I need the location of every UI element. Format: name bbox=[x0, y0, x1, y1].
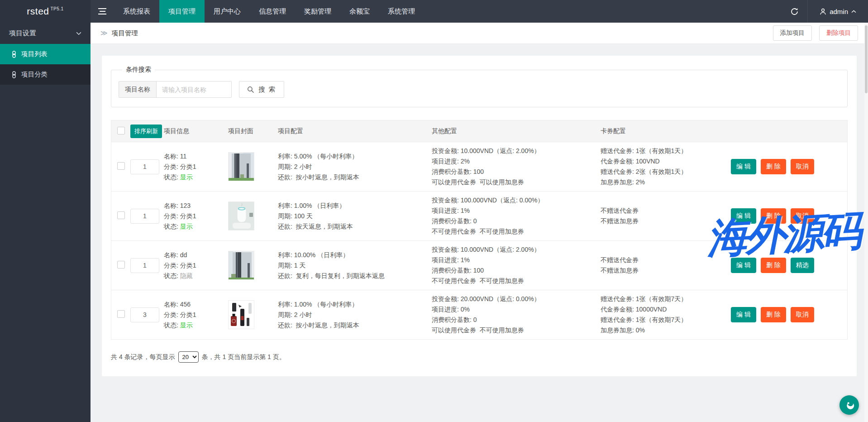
sort-order-input[interactable] bbox=[130, 209, 159, 224]
row-checkbox-cell bbox=[111, 261, 130, 270]
project-category: 分类: 分类1 bbox=[164, 260, 224, 271]
delete-project-button[interactable]: 删除项目 bbox=[819, 25, 858, 41]
nav-item[interactable]: 奖励管理 bbox=[295, 0, 340, 23]
edit-button[interactable]: 编 辑 bbox=[731, 258, 756, 273]
project-table: 排序刷新项目信息项目封面项目配置其他配置卡券配置名称: 11分类: 分类1状态:… bbox=[111, 120, 848, 340]
cover-cell bbox=[228, 201, 278, 230]
project-config-line: 周期: 1 天 bbox=[278, 260, 427, 271]
row-checkbox[interactable] bbox=[117, 261, 125, 269]
products-photo bbox=[228, 300, 254, 329]
project-config-line: 利率: 1.00% （日利率） bbox=[278, 201, 427, 211]
breadcrumb-bar: ≫ 项目管理 添加项目 删除项目 bbox=[91, 23, 868, 44]
row-checkbox-cell bbox=[111, 211, 130, 221]
project-info-cell: 名称: dd分类: 分类1状态: 隐藏 bbox=[164, 250, 228, 281]
nav-item[interactable]: 系统管理 bbox=[379, 0, 424, 23]
select-all-checkbox[interactable] bbox=[117, 127, 125, 134]
project-name: 名称: 123 bbox=[164, 201, 224, 211]
delete-button[interactable]: 删 除 bbox=[761, 258, 786, 273]
feature-button[interactable]: 精选 bbox=[791, 258, 814, 273]
humidifier-photo bbox=[228, 201, 254, 230]
refresh-icon[interactable] bbox=[781, 0, 807, 23]
table-row: 名称: 11分类: 分类1状态: 显示利率: 5.00% （每小时利率）周期: … bbox=[111, 142, 847, 191]
nav-item[interactable]: 余额宝 bbox=[340, 0, 379, 23]
project-status: 状态: 显示 bbox=[164, 221, 224, 232]
cover-cell bbox=[228, 152, 278, 181]
link-icon bbox=[11, 71, 17, 78]
delete-button[interactable]: 删 除 bbox=[761, 307, 786, 322]
search-button[interactable]: 搜 索 bbox=[239, 81, 284, 98]
row-actions-cell: 编 辑删 除精选 bbox=[731, 258, 847, 273]
hamburger-menu-icon[interactable] bbox=[91, 0, 114, 23]
app-logo[interactable]: rstedTP5.1 bbox=[0, 0, 91, 23]
user-icon bbox=[820, 8, 826, 15]
other-config-cell: 投资金额: 10.000VND（返点: 2.00%）项目进度: 1%消费积分基数… bbox=[432, 245, 601, 286]
search-legend: 条件搜索 bbox=[122, 66, 155, 74]
other-config-line: 消费积分基数: 100 bbox=[432, 167, 596, 177]
project-config-line: 还款: 按天返息，到期返本 bbox=[278, 221, 427, 232]
page-size-select[interactable]: 20 bbox=[178, 351, 199, 363]
cancel-button[interactable]: 取消 bbox=[791, 307, 814, 322]
coupon-config-cell: 赠送代金券: 1张（有效期1天）代金券金额: 100VND赠送代金券: 2张（有… bbox=[601, 146, 731, 187]
refresh-icon-glyph bbox=[791, 8, 798, 15]
search-panel: 条件搜索 项目名称 搜 索 bbox=[111, 66, 848, 107]
project-config-line: 周期: 2 小时 bbox=[278, 162, 427, 172]
nav-item[interactable]: 项目管理 bbox=[159, 0, 205, 23]
row-checkbox[interactable] bbox=[117, 310, 125, 318]
other-config-line: 可以使用代金券 可以使用加息券 bbox=[432, 177, 596, 187]
row-checkbox[interactable] bbox=[117, 162, 125, 170]
sort-refresh-cell: 排序刷新 bbox=[130, 125, 164, 138]
project-config-line: 周期: 2 小时 bbox=[278, 310, 427, 320]
building-photo-2 bbox=[228, 251, 254, 280]
column-header: 其他配置 bbox=[432, 127, 601, 135]
theme-fab-button[interactable] bbox=[839, 395, 859, 415]
other-config-cell: 投资金额: 100.000VND（返点: 0.00%）项目进度: 1%消费积分基… bbox=[432, 195, 601, 237]
page-info-text: 条，共 1 页当前显示第 1 页。 bbox=[202, 353, 286, 361]
column-header: 项目配置 bbox=[278, 127, 432, 135]
sidebar-item[interactable]: 项目列表 bbox=[0, 44, 91, 64]
project-config-line: 还款: 按小时返息，到期返本 bbox=[278, 320, 427, 331]
cancel-button[interactable]: 取消 bbox=[791, 208, 814, 224]
sidebar-item[interactable]: 项目分类 bbox=[0, 64, 91, 85]
nav-item[interactable]: 用户中心 bbox=[205, 0, 250, 23]
top-nav-menu: 系统报表项目管理用户中心信息管理奖励管理余额宝系统管理 bbox=[114, 0, 424, 23]
sidebar-items: 项目列表项目分类 bbox=[0, 44, 91, 85]
sort-order-input[interactable] bbox=[130, 159, 159, 174]
sort-refresh-button[interactable]: 排序刷新 bbox=[130, 125, 162, 138]
other-config-cell: 投资金额: 20.000VND（返点: 0.00%）项目进度: 0%消费积分基数… bbox=[432, 294, 601, 336]
edit-button[interactable]: 编 辑 bbox=[731, 159, 756, 174]
other-config-line: 可以使用代金券 不可使用加息券 bbox=[432, 325, 596, 336]
sidebar: 项目设置 项目列表项目分类 bbox=[0, 23, 91, 422]
row-actions-cell: 编 辑删 除取消 bbox=[731, 159, 847, 174]
sidebar-group-project-settings[interactable]: 项目设置 bbox=[0, 23, 91, 44]
edit-button[interactable]: 编 辑 bbox=[731, 208, 756, 224]
topbar-right: admin bbox=[781, 0, 868, 23]
row-checkbox[interactable] bbox=[117, 211, 125, 219]
nav-item[interactable]: 信息管理 bbox=[250, 0, 295, 23]
nav-item[interactable]: 系统报表 bbox=[114, 0, 159, 23]
sort-order-input[interactable] bbox=[130, 258, 159, 273]
row-checkbox-cell bbox=[111, 310, 130, 320]
project-name: 名称: dd bbox=[164, 250, 224, 260]
other-config-line: 项目进度: 2% bbox=[432, 156, 596, 167]
add-project-button[interactable]: 添加项目 bbox=[773, 25, 812, 41]
sort-order-input[interactable] bbox=[130, 307, 159, 322]
status-value: 显示 bbox=[180, 223, 193, 230]
table-row: 名称: dd分类: 分类1状态: 隐藏利率: 10.00% （日利率）周期: 1… bbox=[111, 240, 847, 290]
project-config-line: 还款: 按小时返息，到期返本 bbox=[278, 172, 427, 182]
other-config-line: 消费积分基数: 100 bbox=[432, 265, 596, 276]
delete-button[interactable]: 删 除 bbox=[761, 208, 786, 224]
status-label: 状态: bbox=[164, 321, 180, 329]
cover-cell bbox=[228, 300, 278, 329]
scrollbar[interactable] bbox=[864, 23, 868, 422]
column-header: 项目信息 bbox=[164, 127, 228, 135]
scrollbar-thumb[interactable] bbox=[865, 25, 868, 93]
edit-button[interactable]: 编 辑 bbox=[731, 307, 756, 322]
delete-button[interactable]: 删 除 bbox=[761, 159, 786, 174]
project-status: 状态: 隐藏 bbox=[164, 271, 224, 281]
row-actions-cell: 编 辑删 除取消 bbox=[731, 208, 847, 224]
status-value: 隐藏 bbox=[180, 272, 193, 279]
other-config-line: 消费积分基数: 0 bbox=[432, 216, 596, 226]
cancel-button[interactable]: 取消 bbox=[791, 159, 814, 174]
project-name-input[interactable] bbox=[157, 82, 231, 97]
user-menu[interactable]: admin bbox=[807, 0, 868, 23]
